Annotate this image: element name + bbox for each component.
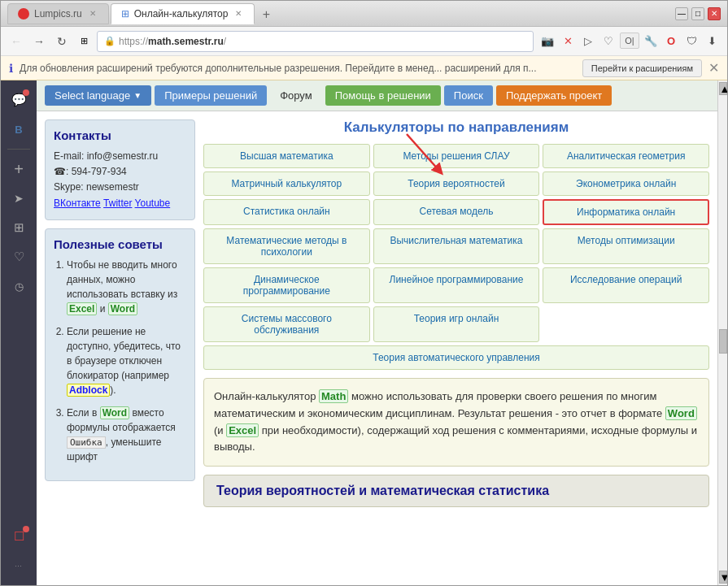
sidebar-divider-1 — [7, 149, 30, 150]
calc-cell-5[interactable]: Эконометрика онлайн — [543, 171, 709, 196]
left-panel: Контакты E-mail: info@semestr.ru ☎: 594-… — [45, 119, 195, 507]
badge-dot — [23, 526, 29, 532]
tab-close-calculator[interactable]: ✕ — [233, 8, 244, 20]
titlebar: Lumpics.ru ✕ ⊞ Онлайн-калькулятор ✕ + — … — [1, 1, 727, 27]
tip-1: Чтобы не вводить много данных, можно исп… — [67, 258, 186, 316]
back-button[interactable]: ← — [7, 33, 25, 50]
tip-3: Если в Word вместо формулы отображается … — [67, 406, 186, 465]
calc-cell-15[interactable]: Системы массового обслуживания — [203, 306, 370, 342]
scrollbar[interactable]: ▲ ▼ — [717, 80, 727, 585]
apps-button[interactable]: ⊞ — [76, 33, 92, 50]
sidebar-icon-send[interactable]: ➤ — [6, 185, 32, 211]
tips-list: Чтобы не вводить много данных, можно исп… — [54, 258, 186, 465]
contacts-phone: ☎: 594-797-934 — [54, 164, 186, 180]
camera-icon[interactable]: 📷 — [538, 33, 556, 50]
extension-icon[interactable]: 🔧 — [642, 33, 660, 50]
nav-forum[interactable]: Форум — [270, 85, 322, 106]
twitter-link[interactable]: Twitter — [103, 198, 132, 209]
calc-cell-17[interactable]: Теория автоматического управления — [203, 345, 709, 370]
scroll-up[interactable]: ▲ — [719, 82, 727, 95]
info-icon: ℹ — [9, 62, 13, 75]
opera-sidebar: 💬 В + ➤ ⊞ ♡ ◷ ☐ ··· — [1, 80, 37, 585]
sidebar-icon-badge[interactable]: ☐ — [6, 523, 32, 549]
shield-icon[interactable]: 🛡 — [682, 33, 700, 50]
refresh-button[interactable]: ↻ — [53, 33, 71, 50]
tab-label-calculator: Онлайн-калькулятор — [134, 8, 229, 20]
infobar-action-button[interactable]: Перейти к расширениям — [582, 59, 702, 77]
bookmark-icon[interactable]: ♡ — [599, 33, 617, 50]
nav-search[interactable]: Поиск — [444, 85, 493, 106]
calc-cell-2[interactable]: Аналитическая геометрия — [543, 144, 709, 168]
new-tab-button[interactable]: + — [256, 5, 276, 24]
window-controls: — □ ✕ — [675, 7, 721, 20]
sidebar-icon-messenger[interactable]: 💬 — [6, 87, 32, 113]
contacts-title: Контакты — [54, 128, 186, 142]
sidebar-icon-add[interactable]: + — [6, 156, 32, 182]
calc-cell-4[interactable]: Теория вероятностей — [373, 171, 540, 196]
word-highlight-1: Word — [108, 302, 137, 315]
contacts-box: Контакты E-mail: info@semestr.ru ☎: 594-… — [45, 119, 195, 220]
opera-icon-1[interactable]: O| — [620, 33, 639, 49]
calc-cell-10[interactable]: Вычислительная математика — [373, 228, 540, 264]
address-bar[interactable]: 🔒 https://math.semestr.ru/ — [97, 31, 534, 52]
tab-lumpics[interactable]: Lumpics.ru ✕ — [7, 3, 109, 24]
calc-grid: Высшая математика Методы решения СЛАУ Ан… — [203, 144, 709, 370]
calc-cell-12[interactable]: Динамическое программирование — [203, 267, 370, 303]
calculators-title: Калькуляторы по направлениям — [203, 119, 709, 136]
tip-2: Если решение не доступно, убедитесь, что… — [67, 324, 186, 397]
language-select[interactable]: Select language ▼ — [45, 85, 151, 106]
tab-close-lumpics[interactable]: ✕ — [87, 8, 98, 20]
nav-support[interactable]: Поддержать проект — [496, 85, 612, 106]
website-content: Select language ▼ Примеры решений Форум … — [37, 80, 717, 585]
sidebar-icon-more[interactable]: ··· — [6, 553, 32, 579]
site-body: Контакты E-mail: info@semestr.ru ☎: 594-… — [37, 111, 717, 515]
address-text: https://math.semestr.ru/ — [119, 36, 226, 47]
sidebar-icon-vk[interactable]: В — [6, 116, 32, 142]
tips-title: Полезные советы — [54, 237, 186, 251]
language-dropdown-arrow: ▼ — [133, 91, 142, 100]
opera-logo[interactable]: O — [662, 33, 680, 50]
info-text-1: Онлайн-калькулятор — [214, 390, 319, 402]
tip-3-text-before: Если в — [67, 407, 100, 419]
infobar: ℹ Для обновления расширений требуются до… — [1, 56, 727, 80]
tab-calculator[interactable]: ⊞ Онлайн-калькулятор ✕ — [111, 3, 255, 24]
forward-button[interactable]: → — [30, 33, 48, 50]
calc-cell-11[interactable]: Методы оптимизации — [543, 228, 709, 264]
sidebar-icon-clock[interactable]: ◷ — [6, 273, 32, 299]
scroll-down[interactable]: ▼ — [719, 571, 727, 584]
tab-favicon-calculator: ⊞ — [121, 8, 129, 20]
sidebar-icon-grid[interactable]: ⊞ — [6, 215, 32, 241]
tip-2-end: ). — [110, 384, 116, 396]
close-button[interactable]: ✕ — [708, 7, 721, 20]
vk-link[interactable]: ВКонтакте — [54, 198, 101, 209]
contacts-email: E-mail: info@semestr.ru — [54, 149, 186, 164]
sidebar-icon-heart[interactable]: ♡ — [6, 244, 32, 270]
calc-cell-0[interactable]: Высшая математика — [203, 144, 370, 168]
info-box: Онлайн-калькулятор Math можно использова… — [203, 378, 709, 467]
calc-cell-9[interactable]: Математические методы в психологии — [203, 228, 370, 264]
info-text-4: при необходимости), содержащий ход решен… — [214, 424, 697, 454]
calc-cell-3[interactable]: Матричный калькулятор — [203, 171, 370, 196]
calc-cell-8-informatika[interactable]: Информатика онлайн — [543, 199, 709, 225]
stop-icon[interactable]: ✕ — [559, 33, 577, 50]
calc-cell-6[interactable]: Статистика онлайн — [203, 199, 370, 225]
calc-cell-1[interactable]: Методы решения СЛАУ — [373, 144, 540, 168]
youtube-link[interactable]: Youtube — [135, 198, 171, 209]
minimize-button[interactable]: — — [675, 7, 688, 20]
calc-cell-13[interactable]: Линейное программирование — [373, 267, 540, 303]
calc-cell-14[interactable]: Исследование операций — [543, 267, 709, 303]
site-nav: Select language ▼ Примеры решений Форум … — [37, 80, 717, 111]
calc-cell-7[interactable]: Сетевая модель — [373, 199, 540, 225]
play-icon[interactable]: ▷ — [579, 33, 597, 50]
nav-examples[interactable]: Примеры решений — [155, 85, 267, 106]
maximize-button[interactable]: □ — [691, 7, 704, 20]
scroll-thumb[interactable] — [719, 329, 727, 354]
lock-icon: 🔒 — [104, 36, 116, 46]
infobar-close-button[interactable]: ✕ — [708, 60, 719, 76]
info-text-3: (и — [214, 424, 226, 436]
tip-2-text: Если решение не доступно, убедитесь, что… — [67, 326, 181, 381]
download-icon[interactable]: ⬇ — [703, 33, 721, 50]
nav-help[interactable]: Помощь в решении — [325, 85, 441, 106]
calc-cell-16[interactable]: Теория игр онлайн — [373, 306, 540, 342]
info-word-highlight: Word — [665, 406, 697, 420]
